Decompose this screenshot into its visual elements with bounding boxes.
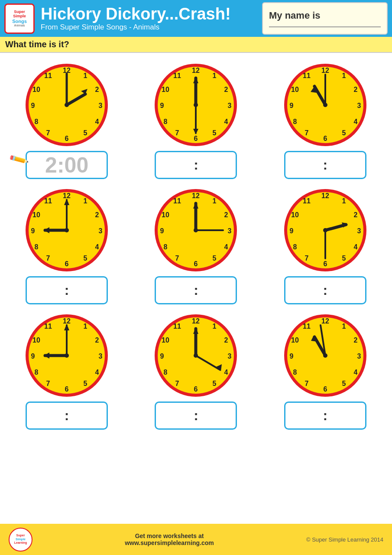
svg-text:6: 6 (194, 135, 198, 142)
svg-text:7: 7 (305, 255, 308, 262)
svg-text:6: 6 (65, 260, 69, 268)
svg-text:11: 11 (44, 323, 52, 330)
svg-text:1: 1 (342, 72, 346, 79)
svg-text:4: 4 (353, 369, 357, 376)
answer-box-5[interactable]: : (155, 276, 237, 304)
answer-colon-7: : (65, 408, 69, 424)
svg-text:8: 8 (293, 118, 297, 125)
logo-top: SuperSimple (12, 10, 27, 19)
answer-box-7[interactable]: : (26, 402, 108, 430)
clock-item-6: 12 1 2 3 4 5 6 7 8 9 10 11 (267, 187, 383, 304)
header: SuperSimple Songs Animals Hickory Dickor… (0, 0, 392, 37)
svg-text:11: 11 (303, 197, 311, 205)
question-bar: What time is it? (0, 37, 392, 53)
svg-text:3: 3 (228, 227, 232, 235)
svg-text:3: 3 (357, 102, 361, 109)
svg-text:12: 12 (321, 67, 329, 74)
clock-item-1: 12 1 2 3 4 5 6 7 8 9 10 11 (9, 62, 125, 179)
svg-text:12: 12 (192, 317, 200, 325)
svg-text:10: 10 (162, 86, 170, 93)
svg-text:6: 6 (323, 135, 327, 142)
svg-text:10: 10 (32, 211, 40, 219)
svg-text:9: 9 (31, 102, 35, 109)
answer-box-3[interactable]: : (284, 151, 366, 179)
answer-box-2[interactable]: : (155, 151, 237, 179)
svg-text:7: 7 (175, 255, 179, 262)
svg-text:5: 5 (84, 129, 87, 137)
name-label: My name is (269, 10, 381, 21)
svg-text:1: 1 (213, 323, 217, 330)
header-text: Hickory Dickory...Crash! From Super Simp… (41, 5, 258, 32)
clock-item-7: 12 1 2 3 4 5 6 7 8 9 10 11 (9, 312, 125, 430)
answer-box-6[interactable]: : (284, 276, 366, 304)
clock-item-8: 12 1 2 3 4 5 6 7 8 9 10 11 (138, 312, 254, 430)
svg-text:11: 11 (174, 72, 181, 79)
answer-box-8[interactable]: : (155, 402, 237, 430)
answer-colon-6: : (323, 282, 328, 298)
clock-item-5: 12 1 2 3 4 5 6 7 8 9 10 11 (138, 187, 254, 304)
svg-text:8: 8 (35, 118, 39, 125)
svg-text:9: 9 (289, 102, 293, 109)
question-text: What time is it? (5, 39, 69, 49)
svg-text:9: 9 (289, 227, 293, 235)
answer-colon-2: : (194, 157, 198, 173)
svg-text:2: 2 (224, 336, 228, 344)
svg-text:2: 2 (224, 86, 228, 93)
svg-text:1: 1 (213, 197, 217, 205)
logo-animals: Animals (12, 24, 27, 27)
answer-box-9[interactable]: : (284, 402, 366, 430)
svg-text:9: 9 (160, 353, 164, 360)
clock-item-4: 12 1 2 3 4 5 6 7 8 9 10 11 (9, 187, 125, 304)
answer-colon-9: : (323, 408, 328, 424)
footer-get-more: Get more worksheets at (125, 532, 214, 539)
answer-box-1[interactable]: 2:00 (26, 151, 108, 179)
svg-text:11: 11 (174, 323, 181, 330)
clock-face-9: 12 1 2 3 4 5 6 7 8 9 10 11 (282, 312, 369, 399)
svg-text:10: 10 (291, 86, 299, 93)
svg-text:5: 5 (342, 129, 346, 137)
clock-face-1: 12 1 2 3 4 5 6 7 8 9 10 11 (23, 62, 110, 148)
svg-text:8: 8 (293, 369, 297, 376)
name-box: My name is (262, 2, 388, 35)
svg-text:5: 5 (342, 255, 346, 262)
svg-text:4: 4 (95, 243, 99, 251)
svg-text:10: 10 (162, 336, 170, 344)
page-subtitle: From Super Simple Songs - Animals (41, 23, 258, 32)
answer-box-4[interactable]: : (26, 276, 108, 304)
svg-text:1: 1 (84, 323, 87, 330)
answer-colon-8: : (194, 408, 198, 424)
footer: Super Simple Learning Get more worksheet… (0, 524, 392, 555)
svg-text:4: 4 (353, 243, 357, 251)
svg-text:8: 8 (35, 369, 39, 376)
svg-text:4: 4 (224, 118, 228, 125)
footer-logo: Super Simple Learning (9, 528, 32, 552)
svg-text:10: 10 (291, 336, 299, 344)
svg-text:8: 8 (164, 243, 168, 251)
svg-text:3: 3 (228, 102, 232, 109)
svg-text:3: 3 (357, 353, 361, 360)
svg-text:12: 12 (192, 67, 200, 74)
svg-text:10: 10 (32, 86, 40, 93)
svg-text:9: 9 (31, 353, 35, 360)
svg-text:2: 2 (353, 211, 357, 219)
clock-face-2: 12 1 2 3 4 5 6 7 8 9 10 11 (152, 62, 239, 148)
footer-center: Get more worksheets at www.supersimplele… (125, 532, 214, 546)
svg-text:8: 8 (164, 369, 168, 376)
svg-text:5: 5 (84, 380, 87, 387)
svg-text:4: 4 (353, 118, 357, 125)
svg-text:12: 12 (63, 317, 71, 325)
svg-text:8: 8 (293, 243, 297, 251)
clock-face-6: 12 1 2 3 4 5 6 7 8 9 10 11 (282, 187, 369, 274)
svg-text:3: 3 (357, 227, 361, 235)
svg-text:11: 11 (44, 72, 52, 79)
svg-text:9: 9 (31, 227, 35, 235)
svg-text:2: 2 (224, 211, 228, 219)
name-line (269, 26, 381, 27)
svg-text:12: 12 (63, 192, 71, 199)
svg-text:9: 9 (289, 353, 293, 360)
svg-text:6: 6 (323, 385, 327, 393)
svg-text:8: 8 (35, 243, 39, 251)
svg-text:6: 6 (323, 260, 327, 268)
answer-text-1: 2:00 (45, 153, 88, 178)
svg-text:6: 6 (65, 135, 69, 142)
